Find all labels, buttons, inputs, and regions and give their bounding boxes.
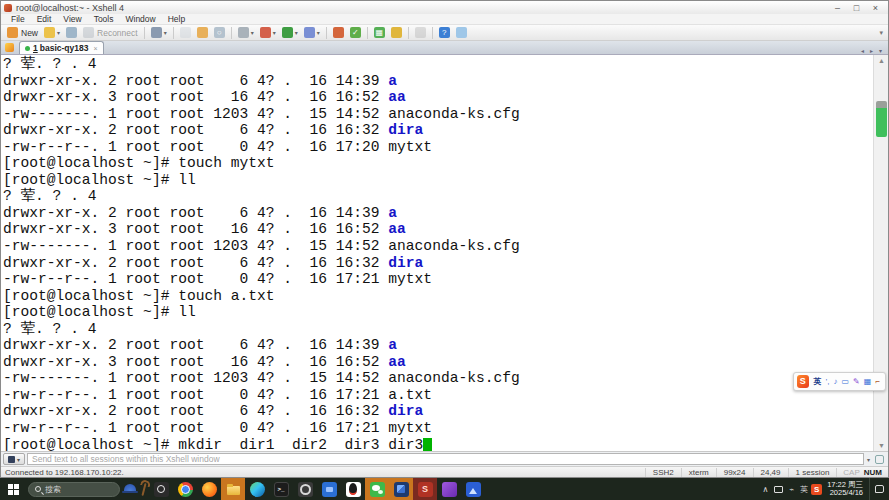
vertical-scrollbar[interactable]: ▲ ▼ — [873, 55, 888, 451]
send-target-dropdown[interactable]: ▾ — [3, 453, 25, 465]
menu-item-tools[interactable]: Tools — [88, 14, 120, 24]
tray-expand-icon[interactable]: ∧ — [762, 485, 768, 494]
ime-toolbox-icon[interactable]: ▦ — [864, 377, 872, 386]
tray-sogou-icon[interactable]: S — [811, 484, 822, 495]
ime-language-mode[interactable]: 英 — [814, 376, 822, 387]
tab-menu-icon[interactable]: ▾ — [876, 47, 885, 54]
scrollbar-thumb[interactable] — [876, 101, 887, 137]
taskbar-terminal-icon[interactable]: >_ — [269, 478, 293, 500]
minimize-button[interactable]: – — [828, 2, 847, 13]
connect-icon[interactable] — [64, 26, 79, 39]
new-session-button[interactable]: New — [5, 26, 40, 39]
secure-check-icon[interactable]: ✓ — [348, 26, 363, 39]
taskbar-blue-app-icon[interactable] — [461, 478, 485, 500]
open-session-glyph-icon — [44, 27, 55, 38]
hat-icon — [124, 484, 136, 491]
tab-close-icon[interactable]: × — [93, 45, 97, 52]
send-text-input[interactable] — [27, 453, 864, 465]
toolbar-overflow-icon[interactable]: ▾ — [879, 29, 885, 37]
terminal-line: [root@localhost ~]# touch a.txt — [3, 288, 873, 305]
print-dropdown[interactable]: ▾ — [236, 26, 256, 39]
tray-monitor-icon[interactable] — [774, 486, 783, 493]
send-sessions-icon — [8, 456, 15, 463]
terminal-line: ? 荤. ? . 4 — [3, 321, 873, 338]
taskbar-clock[interactable]: 17:22 周三 2025/4/16 — [827, 481, 863, 497]
taskbar-search-input[interactable]: 搜索 — [28, 482, 120, 497]
maximize-button[interactable]: □ — [847, 2, 866, 13]
sogou-logo-icon[interactable]: S — [797, 375, 809, 388]
transfer-dropdown[interactable]: ▾ — [302, 26, 322, 39]
ime-wrench-icon[interactable]: ⌐ — [875, 377, 880, 386]
tray-link-icon[interactable]: ⌁ — [789, 485, 794, 494]
start-button[interactable] — [0, 478, 26, 500]
status-terminal-size: 99x24 — [716, 468, 753, 477]
find-glyph-icon: ○ — [214, 27, 225, 38]
lock-icon[interactable] — [389, 26, 404, 39]
chevron-down-icon: ▾ — [164, 29, 167, 36]
session-launch-icon[interactable] — [1, 41, 17, 54]
menu-item-window[interactable]: Window — [119, 14, 161, 24]
tab-scroll-right-icon[interactable]: ▸ — [867, 47, 876, 54]
chevron-down-icon: ▾ — [251, 29, 254, 36]
scroll-down-icon[interactable]: ▼ — [874, 440, 888, 451]
taskbar-wechat-icon[interactable] — [365, 478, 389, 500]
taskbar-explorer-icon[interactable] — [221, 478, 245, 500]
menu-item-help[interactable]: Help — [162, 14, 191, 24]
paste-glyph-icon — [197, 27, 208, 38]
web-dropdown[interactable]: ▾ — [280, 26, 300, 39]
taskbar-firefox-icon[interactable] — [197, 478, 221, 500]
taskbar-edge-icon[interactable] — [245, 478, 269, 500]
ftp-icon[interactable] — [331, 26, 346, 39]
status-bar: Connected to 192.168.170.10:22. SSH2 xte… — [1, 466, 888, 477]
open-session-dropdown[interactable]: ▾ — [42, 26, 62, 39]
tab-basic-qy183[interactable]: 1 basic-qy183 × — [19, 41, 104, 54]
properties-dropdown[interactable]: ▾ — [258, 26, 278, 39]
help-icon[interactable]: ? — [437, 26, 452, 39]
terminal-line: drwxr-xr-x. 2 root root 6 4? . 16 14:39 … — [3, 205, 873, 222]
taskbar-projector-icon-glyph — [394, 482, 409, 497]
session-manager-dropdown[interactable]: ▾ — [149, 26, 169, 39]
terminal-line: -rw-r--r--. 1 root root 0 4? . 16 17:21 … — [3, 271, 873, 288]
paste-icon[interactable] — [195, 26, 210, 39]
feedback-icon[interactable] — [454, 26, 469, 39]
toolbar-separator — [326, 27, 327, 39]
close-button[interactable]: × — [866, 2, 885, 13]
terminal-line: -rw-r--r--. 1 root root 0 4? . 16 17:21 … — [3, 387, 873, 404]
feedback-glyph-icon — [456, 27, 467, 38]
send-history-dropdown-icon[interactable]: ▾ — [864, 456, 873, 463]
menu-item-edit[interactable]: Edit — [31, 14, 58, 24]
apps-grid-icon[interactable]: ▦ — [372, 26, 387, 39]
taskbar-settings-icon[interactable] — [293, 478, 317, 500]
terminal-area[interactable]: ? 荤. ? . 4drwxr-xr-x. 2 root root 6 4? .… — [1, 55, 888, 451]
taskbar-projector-icon[interactable] — [389, 478, 413, 500]
chevron-down-icon: ▾ — [317, 29, 320, 36]
tab-bar: 1 basic-qy183 × ◂ ▸ ▾ — [1, 41, 888, 55]
search-highlight-decoration[interactable] — [124, 483, 145, 496]
tab-scroll-left-icon[interactable]: ◂ — [858, 47, 867, 54]
taskbar-qq-icon[interactable] — [341, 478, 365, 500]
menu-item-file[interactable]: File — [5, 14, 31, 24]
taskbar-xshell-icon[interactable]: S — [413, 478, 437, 500]
status-session-count: 1 session — [788, 468, 837, 477]
terminal-line: -rw-------. 1 root root 1203 4? . 15 14:… — [3, 370, 873, 387]
menu-item-view[interactable]: View — [57, 14, 87, 24]
taskbar-purple-app-icon[interactable] — [437, 478, 461, 500]
send-mode-icon[interactable] — [875, 455, 884, 464]
tray-ime-mode-indicator[interactable]: 英 — [800, 484, 808, 495]
scroll-up-icon[interactable]: ▲ — [874, 55, 888, 66]
ime-quote-icon[interactable]: ’, — [826, 377, 830, 386]
tab-label: basic-qy183 — [40, 43, 89, 53]
toolbar-separator — [173, 27, 174, 39]
ime-keyboard-icon[interactable]: ▭ — [842, 377, 850, 386]
notification-icon — [875, 485, 884, 493]
find-icon[interactable]: ○ — [212, 26, 227, 39]
chevron-down-icon: ▾ — [273, 29, 276, 36]
ime-brush-icon[interactable]: ✎ — [853, 377, 860, 386]
toolbar-button-label: Reconnect — [97, 28, 138, 38]
terminal-line: drwxr-xr-x. 2 root root 6 4? . 16 14:39 … — [3, 337, 873, 354]
taskbar-magnifier-icon[interactable] — [149, 478, 173, 500]
ime-mic-icon[interactable]: ♪ — [834, 377, 838, 386]
taskbar-chrome-icon[interactable] — [173, 478, 197, 500]
notification-center-button[interactable] — [869, 478, 889, 500]
taskbar-media-icon[interactable] — [317, 478, 341, 500]
